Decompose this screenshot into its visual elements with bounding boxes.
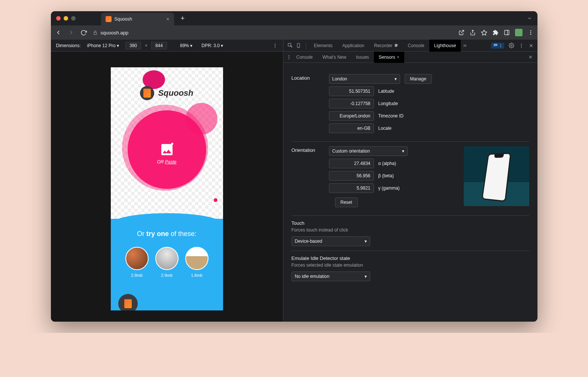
- timezone-input[interactable]: [329, 111, 374, 121]
- samples-section: Or try one of these: 2.8mb 2.9mb 1.6mb: [111, 219, 223, 310]
- viewport-area: Squoosh OR Paste Or try one of these: [51, 52, 283, 322]
- sample-size: 2.9mb: [161, 273, 173, 278]
- device-toolbar-menu-icon[interactable]: [272, 43, 278, 48]
- location-select[interactable]: London▾: [329, 74, 400, 84]
- zoom-select[interactable]: 89% ▾: [177, 42, 195, 49]
- manage-button[interactable]: Manage: [405, 74, 432, 84]
- dropzone-text: OR Paste: [157, 159, 176, 165]
- beta-label: β (beta): [378, 173, 394, 178]
- dropzone[interactable]: OR Paste: [111, 142, 223, 165]
- sample-item[interactable]: 2.9mb: [155, 247, 179, 278]
- browser-window: Squoosh × + squoosh.app Dimen: [51, 11, 537, 322]
- share-icon[interactable]: [470, 30, 476, 36]
- sidepanel-icon[interactable]: [504, 30, 510, 36]
- maximize-window[interactable]: [71, 16, 76, 21]
- close-devtools-icon[interactable]: [528, 43, 534, 48]
- drawer-tab-sensors[interactable]: Sensors×: [374, 52, 404, 63]
- sample-item[interactable]: [118, 294, 138, 310]
- devtools-pane: Elements Application Recorder Console Li…: [283, 40, 537, 322]
- close-tab-icon[interactable]: ×: [166, 16, 169, 22]
- latitude-label: Latitude: [378, 89, 394, 94]
- device-select[interactable]: iPhone 12 Pro ▾: [85, 42, 122, 49]
- drawer-tab-issues[interactable]: Issues: [351, 52, 374, 63]
- close-tab-icon[interactable]: ×: [397, 55, 399, 60]
- latitude-input[interactable]: [329, 86, 374, 96]
- phone-3d-model: [482, 153, 511, 202]
- logo-text: Squoosh: [158, 88, 193, 98]
- close-drawer-icon[interactable]: [528, 55, 537, 59]
- idle-heading: Emulate Idle Detector state: [292, 255, 529, 261]
- svg-line-1: [461, 30, 463, 33]
- minimize-window[interactable]: [64, 16, 68, 21]
- idle-section: Emulate Idle Detector state Forces selec…: [292, 251, 529, 286]
- alpha-input[interactable]: [329, 159, 374, 168]
- tab-elements[interactable]: Elements: [309, 40, 338, 52]
- samples-heading: Or try one of these:: [137, 230, 196, 238]
- profile-avatar[interactable]: [515, 29, 523, 36]
- idle-select[interactable]: No idle emulation▾: [292, 272, 370, 281]
- location-section: Location London▾ Manage Latitude Longitu…: [292, 70, 529, 142]
- reset-button[interactable]: Reset: [335, 197, 358, 207]
- gamma-label: γ (gamma): [378, 186, 400, 191]
- back-button[interactable]: [55, 29, 62, 36]
- device-emulation-pane: Dimensions: iPhone 12 Pro ▾ × 89% ▾ DPR:…: [51, 40, 283, 322]
- sample-thumb: [155, 247, 179, 270]
- drawer-tab-console[interactable]: Console: [292, 52, 318, 63]
- tab-console[interactable]: Console: [403, 40, 429, 52]
- longitude-input[interactable]: [329, 99, 374, 108]
- svg-point-15: [511, 45, 512, 46]
- touch-select[interactable]: Device-based▾: [292, 236, 370, 246]
- lock-icon: [93, 30, 98, 35]
- sample-item[interactable]: 1.6mb: [185, 247, 208, 278]
- orientation-select[interactable]: Custom orientation▾: [329, 146, 408, 156]
- locale-input[interactable]: [329, 123, 374, 133]
- svg-rect-4: [505, 30, 509, 35]
- drawer-menu-icon[interactable]: [286, 55, 292, 60]
- window-controls: [56, 16, 76, 21]
- alpha-label: α (alpha): [378, 161, 396, 166]
- dpr-select[interactable]: DPR: 3.0 ▾: [199, 42, 226, 49]
- more-tabs-icon[interactable]: [461, 43, 469, 48]
- inspect-icon[interactable]: [286, 43, 295, 48]
- menu-icon[interactable]: [528, 30, 534, 36]
- beta-input[interactable]: [329, 171, 374, 181]
- image-add-icon: [159, 142, 174, 157]
- tab-favicon: [106, 16, 112, 22]
- devtools-menu-icon[interactable]: [519, 43, 524, 48]
- orientation-section: Orientation Custom orientation▾ α (alpha…: [292, 142, 529, 216]
- touch-heading: Touch: [292, 220, 529, 226]
- emulated-screen[interactable]: Squoosh OR Paste Or try one of these: [111, 67, 223, 310]
- settings-icon[interactable]: [509, 43, 514, 48]
- height-input[interactable]: [151, 42, 167, 49]
- close-window[interactable]: [56, 16, 61, 21]
- tab-recorder[interactable]: Recorder: [369, 40, 403, 52]
- svg-point-7: [530, 32, 531, 33]
- dimension-separator: ×: [145, 43, 147, 48]
- orientation-preview[interactable]: [464, 146, 529, 206]
- open-external-icon[interactable]: [458, 30, 464, 36]
- new-tab-button[interactable]: +: [181, 15, 185, 22]
- url-field[interactable]: squoosh.app: [93, 30, 453, 36]
- forward-button[interactable]: [67, 29, 75, 36]
- svg-point-23: [288, 58, 289, 59]
- drawer-tab-whatsnew[interactable]: What's New: [318, 52, 351, 63]
- extensions-icon[interactable]: [493, 30, 499, 36]
- tab-application[interactable]: Application: [338, 40, 369, 52]
- touch-section: Touch Forces touch instead of click Devi…: [292, 216, 529, 251]
- titlebar: Squoosh × +: [51, 11, 537, 25]
- gamma-input[interactable]: [329, 183, 374, 193]
- browser-tab[interactable]: Squoosh ×: [101, 13, 174, 25]
- width-input[interactable]: [125, 42, 141, 49]
- bookmark-icon[interactable]: [481, 30, 487, 36]
- issues-badge[interactable]: 1: [491, 43, 504, 49]
- sample-item[interactable]: 2.8mb: [125, 247, 149, 278]
- expand-tabs-icon[interactable]: [527, 16, 532, 21]
- sample-size: 2.8mb: [131, 273, 143, 278]
- drawer-tabs: Console What's New Issues Sensors×: [283, 52, 537, 63]
- devtools-main-tabs: Elements Application Recorder Console Li…: [283, 40, 537, 52]
- dimensions-label: Dimensions:: [56, 43, 81, 48]
- svg-point-8: [530, 34, 531, 35]
- reload-button[interactable]: [80, 30, 88, 36]
- toggle-device-icon[interactable]: [295, 43, 303, 48]
- tab-lighthouse[interactable]: Lighthouse: [429, 40, 461, 52]
